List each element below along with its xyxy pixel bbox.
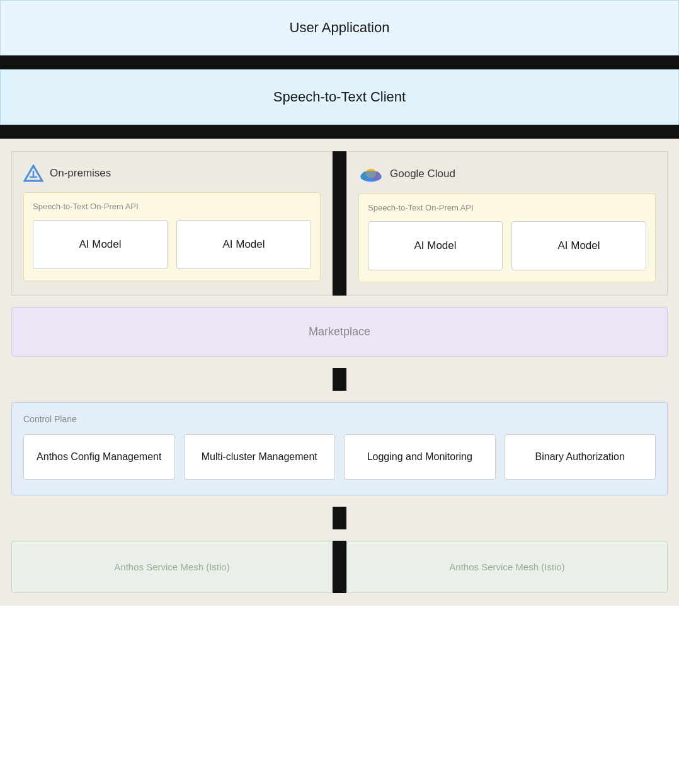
- stt-client-section: Speech-to-Text Client: [0, 69, 679, 125]
- on-prem-ai-model-2: AI Model: [176, 220, 311, 269]
- control-plane-section: Control Plane Anthos Config Management M…: [11, 402, 668, 495]
- service-mesh-right-label: Anthos Service Mesh (Istio): [449, 562, 564, 572]
- gcloud-ai-models-row: AI Model AI Model: [368, 221, 646, 270]
- black-connector-2: [333, 507, 346, 529]
- user-application-section: User Application: [0, 0, 679, 55]
- stt-client-title: Speech-to-Text Client: [273, 89, 406, 105]
- marketplace-label: Marketplace: [309, 325, 370, 338]
- on-prem-api-box: Speech-to-Text On-Prem API AI Model AI M…: [23, 192, 321, 281]
- on-premises-panel: On-premises Speech-to-Text On-Prem API A…: [11, 151, 333, 296]
- marketplace-section: Marketplace: [11, 307, 668, 357]
- on-prem-ai-models-row: AI Model AI Model: [33, 220, 311, 269]
- logging-monitoring-box: Logging and Monitoring: [344, 434, 496, 480]
- connector-wrapper-2: [11, 507, 668, 529]
- binary-auth-box: Binary Authorization: [505, 434, 656, 480]
- gcloud-api-box: Speech-to-Text On-Prem API AI Model AI M…: [358, 193, 656, 282]
- gcloud-ai-model-1: AI Model: [368, 221, 503, 270]
- anthos-icon: [23, 164, 43, 182]
- svg-point-7: [362, 171, 380, 180]
- main-area: On-premises Speech-to-Text On-Prem API A…: [0, 139, 679, 606]
- anthos-config-box: Anthos Config Management: [23, 434, 175, 480]
- service-mesh-right: Anthos Service Mesh (Istio): [346, 541, 668, 593]
- vertical-divider: [333, 151, 346, 296]
- vertical-divider-2: [333, 541, 346, 593]
- gcloud-api-label: Speech-to-Text On-Prem API: [368, 203, 646, 212]
- on-premises-header: On-premises: [23, 164, 321, 182]
- control-plane-label: Control Plane: [23, 414, 656, 424]
- divider-1: [0, 55, 679, 69]
- on-prem-api-label: Speech-to-Text On-Prem API: [33, 202, 311, 211]
- google-cloud-header: Google Cloud: [358, 164, 656, 183]
- user-application-title: User Application: [290, 20, 390, 36]
- service-mesh-left-label: Anthos Service Mesh (Istio): [114, 562, 229, 572]
- black-connector-1: [333, 368, 346, 391]
- multicluster-box: Multi-cluster Management: [184, 434, 336, 480]
- service-mesh-left: Anthos Service Mesh (Istio): [11, 541, 333, 593]
- on-premises-label: On-premises: [50, 167, 111, 180]
- google-cloud-icon: [358, 164, 384, 183]
- google-cloud-panel: Google Cloud Speech-to-Text On-Prem API …: [346, 151, 668, 296]
- gcloud-ai-model-2: AI Model: [511, 221, 646, 270]
- service-mesh-row: Anthos Service Mesh (Istio) Anthos Servi…: [11, 541, 668, 593]
- divider-2: [0, 125, 679, 139]
- on-prem-gcloud-row: On-premises Speech-to-Text On-Prem API A…: [11, 151, 668, 296]
- control-plane-boxes: Anthos Config Management Multi-cluster M…: [23, 434, 656, 480]
- connector-wrapper-1: [11, 368, 668, 391]
- google-cloud-label: Google Cloud: [390, 168, 455, 180]
- on-prem-ai-model-1: AI Model: [33, 220, 168, 269]
